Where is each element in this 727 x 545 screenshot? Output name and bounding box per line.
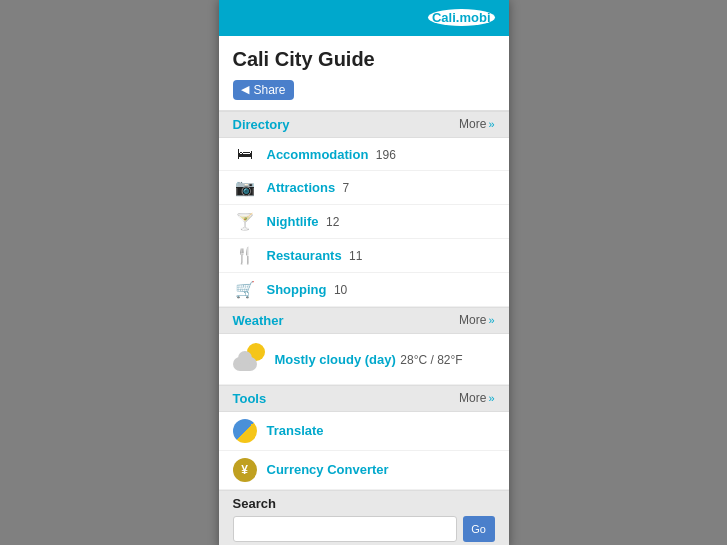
tools-more[interactable]: More »	[459, 391, 494, 405]
search-label: Search	[233, 496, 495, 511]
weather-item[interactable]: Mostly cloudy (day) 28°C / 82°F	[219, 334, 509, 385]
logo-text: Cali.mobi	[428, 9, 495, 26]
bed-icon: 🛏	[233, 145, 257, 163]
translate-item[interactable]: Translate	[219, 412, 509, 451]
weather-header: Weather More »	[219, 307, 509, 334]
directory-header: Directory More »	[219, 111, 509, 138]
search-input[interactable]	[233, 516, 457, 542]
weather-section: Weather More » Mostly cloudy (day) 28°C …	[219, 307, 509, 385]
tools-title: Tools	[233, 391, 267, 406]
currency-converter-item[interactable]: ¥ Currency Converter	[219, 451, 509, 490]
currency-label: Currency Converter	[267, 462, 389, 477]
chevron-right-icon: »	[488, 314, 494, 326]
weather-title: Weather	[233, 313, 284, 328]
currency-icon: ¥	[233, 458, 257, 482]
cocktail-icon: 🍸	[233, 212, 257, 231]
weather-more[interactable]: More »	[459, 313, 494, 327]
directory-more[interactable]: More »	[459, 117, 494, 131]
list-item[interactable]: 🍸 Nightlife 12	[219, 205, 509, 239]
weather-icon	[233, 343, 265, 375]
header: Cali.mobi	[219, 0, 509, 36]
tools-section: Tools More » Translate ¥ Currency Conver…	[219, 385, 509, 490]
camera-icon: 📷	[233, 178, 257, 197]
list-item[interactable]: 🛒 Shopping 10	[219, 273, 509, 307]
search-section: Search Go	[219, 490, 509, 545]
translate-icon	[233, 419, 257, 443]
list-item[interactable]: 🛏 Accommodation 196	[219, 138, 509, 171]
directory-title: Directory	[233, 117, 290, 132]
app-logo: Cali.mobi	[427, 8, 495, 25]
chevron-right-icon: »	[488, 118, 494, 130]
list-item[interactable]: 📷 Attractions 7	[219, 171, 509, 205]
share-button[interactable]: ◀ Share	[233, 80, 294, 100]
cart-icon: 🛒	[233, 280, 257, 299]
title-area: Cali City Guide ◀ Share	[219, 36, 509, 111]
search-button[interactable]: Go	[463, 516, 495, 542]
page-title: Cali City Guide	[233, 48, 495, 71]
weather-description: Mostly cloudy (day)	[275, 352, 396, 367]
phone-container: Cali.mobi Cali City Guide ◀ Share Direct…	[219, 0, 509, 545]
list-item[interactable]: 🍴 Restaurants 11	[219, 239, 509, 273]
fork-icon: 🍴	[233, 246, 257, 265]
directory-section: Directory More » 🛏 Accommodation 196 📷 A…	[219, 111, 509, 307]
chevron-right-icon: »	[488, 392, 494, 404]
share-icon: ◀	[241, 83, 249, 96]
weather-temp: 28°C / 82°F	[400, 353, 462, 367]
search-row: Go	[233, 516, 495, 542]
tools-header: Tools More »	[219, 385, 509, 412]
